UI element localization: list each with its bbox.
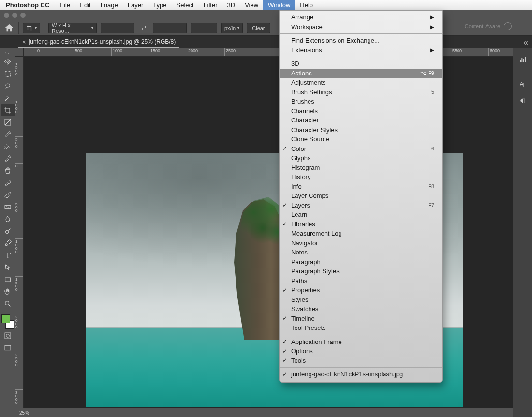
menuitem-character-styles[interactable]: Character Styles [280, 125, 442, 135]
tool-zoom[interactable] [1, 298, 15, 310]
foreground-swatch[interactable] [1, 314, 10, 323]
tools-panel: ›› [0, 48, 15, 417]
menuitem-history[interactable]: History [280, 172, 442, 182]
menu-image[interactable]: Image [96, 0, 123, 10]
traffic-min-icon[interactable] [12, 13, 17, 18]
tool-type[interactable] [1, 249, 15, 261]
menuitem-libraries[interactable]: ✓Libraries [280, 220, 442, 229]
menuitem-info[interactable]: InfoF8 [280, 182, 442, 192]
tab-overflow-icon[interactable]: « [523, 37, 532, 47]
crop-preset-select[interactable]: W x H x Reso…▾ [48, 23, 97, 33]
menu-layer[interactable]: Layer [123, 0, 148, 10]
menuitem-color[interactable]: ✓ColorF6 [280, 144, 442, 154]
menu-select[interactable]: Select [171, 0, 198, 10]
menu-help[interactable]: Help [295, 0, 318, 10]
tool-clone[interactable] [1, 164, 15, 177]
menuitem-character[interactable]: Character [280, 116, 442, 125]
tool-frame[interactable] [1, 116, 15, 128]
crop-height-input[interactable] [153, 23, 187, 33]
menuitem-properties[interactable]: ✓Properties [280, 285, 442, 295]
menuitem-brushes[interactable]: Brushes [280, 97, 442, 106]
menuitem-paths[interactable]: Paths [280, 276, 442, 286]
menuitem-3d[interactable]: 3D [280, 59, 442, 69]
menuitem-tool-presets[interactable]: Tool Presets [280, 323, 442, 333]
menuitem-layer-comps[interactable]: Layer Comps [280, 191, 442, 201]
tool-history-brush[interactable] [1, 177, 15, 189]
menuitem-application-frame[interactable]: ✓Application Frame [280, 337, 442, 347]
menuitem-extensions[interactable]: Extensions▶ [280, 45, 442, 55]
menu-view[interactable]: View [240, 0, 263, 10]
tool-move[interactable] [1, 56, 15, 68]
crop-res-input[interactable] [191, 23, 217, 33]
menu-3d[interactable]: 3D [222, 0, 240, 10]
menuitem-layers[interactable]: ✓LayersF7 [280, 201, 442, 210]
menuitem-measurement-log[interactable]: Measurement Log [280, 229, 442, 238]
tool-path-select[interactable] [1, 261, 15, 273]
clear-button[interactable]: Clear [247, 23, 270, 33]
zoom-label[interactable]: 25% [19, 410, 29, 416]
menuitem-tools[interactable]: ✓Tools [280, 356, 442, 366]
menuitem-actions[interactable]: Actions⌥ F9 [280, 69, 442, 78]
menu-window[interactable]: Window [263, 0, 295, 10]
quickmask-icon[interactable] [1, 329, 15, 342]
tool-dodge[interactable] [1, 225, 15, 237]
home-icon[interactable] [4, 23, 15, 33]
tool-gradient[interactable] [1, 201, 15, 213]
tool-blur[interactable] [1, 213, 15, 225]
tool-magic-wand[interactable] [1, 92, 15, 104]
tool-rectangle[interactable] [1, 273, 15, 285]
traffic-close-icon[interactable] [4, 13, 9, 18]
swap-dims-icon[interactable]: ⇄ [138, 23, 149, 33]
menuitem-channels[interactable]: Channels [280, 106, 442, 116]
menuitem-adjustments[interactable]: Adjustments [280, 78, 442, 88]
reset-icon[interactable] [502, 21, 513, 31]
menuitem-workspace[interactable]: Workspace▶ [280, 22, 442, 32]
menu-filter[interactable]: Filter [199, 0, 222, 10]
menuitem-glyphs[interactable]: Glyphs [280, 153, 442, 163]
menu-edit[interactable]: Edit [75, 0, 95, 10]
menuitem-options[interactable]: ✓Options [280, 346, 442, 356]
menuitem-timeline[interactable]: ✓Timeline [280, 314, 442, 324]
crop-tool-indicator[interactable]: ▾ [23, 23, 40, 33]
svg-point-4 [5, 301, 9, 305]
document-tab[interactable]: × junfeng-gao-cEknN1ckP1s-unsplash.jpg @… [18, 36, 179, 48]
menuitem-paragraph-styles[interactable]: Paragraph Styles [280, 267, 442, 276]
menu-type[interactable]: Type [148, 0, 171, 10]
menuitem-navigator[interactable]: Navigator [280, 238, 442, 248]
close-tab-icon[interactable]: × [22, 38, 26, 45]
menuitem-find-extensions-on-exchange-[interactable]: Find Extensions on Exchange... [280, 36, 442, 45]
traffic-max-icon[interactable] [20, 13, 26, 18]
menuitem-styles[interactable]: Styles [280, 295, 442, 305]
menuitem-paragraph[interactable]: Paragraph [280, 257, 442, 267]
tool-pen[interactable] [1, 237, 15, 249]
menuitem-arrange[interactable]: Arrange▶ [280, 13, 442, 22]
menuitem-notes[interactable]: Notes [280, 248, 442, 257]
tools-collapse-icon[interactable]: ›› [0, 51, 15, 56]
tool-brush[interactable] [1, 152, 15, 164]
menuitem-brush-settings[interactable]: Brush SettingsF5 [280, 88, 442, 97]
menuitem-histogram[interactable]: Histogram [280, 163, 442, 173]
menuitem-learn[interactable]: Learn [280, 210, 442, 220]
menuitem-swatches[interactable]: Swatches [280, 304, 442, 314]
crop-width-input[interactable] [101, 23, 134, 33]
menu-file[interactable]: File [55, 0, 75, 10]
tool-healing[interactable] [1, 140, 15, 152]
tool-hand[interactable] [1, 285, 15, 298]
menuitem-junfeng-gao-ceknn1ckp1s-unsplash-jpg[interactable]: ✓junfeng-gao-cEknN1ckP1s-unsplash.jpg [280, 370, 442, 379]
panel-icon-character[interactable]: A| [516, 77, 530, 90]
ruler-vertical[interactable]: 1500100050005001000150020002500300035004… [15, 57, 24, 417]
tool-marquee[interactable] [1, 68, 15, 80]
screenmode-icon[interactable] [1, 342, 15, 354]
menuitem-clone-source[interactable]: Clone Source [280, 134, 442, 144]
right-panel-dock: A| [513, 48, 532, 417]
tool-lasso[interactable] [1, 80, 15, 92]
panel-icon-paragraph[interactable] [516, 94, 530, 108]
tool-crop[interactable] [1, 104, 15, 116]
panel-icon-histogram[interactable] [516, 53, 530, 66]
tool-eyedropper[interactable] [1, 128, 15, 140]
svg-rect-5 [5, 333, 11, 339]
svg-rect-10 [523, 59, 524, 62]
tool-eraser[interactable] [1, 189, 15, 201]
color-swatch[interactable] [1, 314, 15, 329]
crop-unit-select[interactable]: px/in▾ [221, 23, 243, 33]
